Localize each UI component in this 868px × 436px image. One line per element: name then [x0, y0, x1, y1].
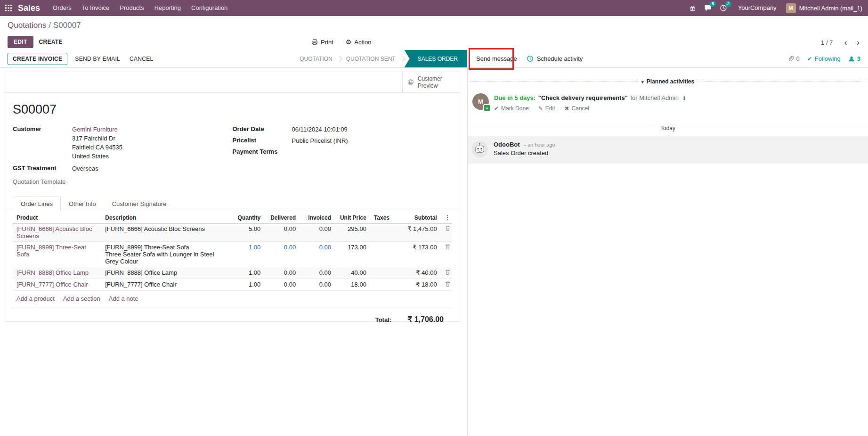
cancel-activity-button[interactable]: ✖ Cancel [565, 105, 589, 112]
col-description[interactable]: Description [101, 211, 231, 223]
invoiced-cell: 0.00 [300, 223, 335, 242]
col-product[interactable]: Product [13, 211, 101, 223]
taxes-cell [370, 223, 395, 242]
attachments-button[interactable]: 0 [787, 55, 800, 62]
create-invoice-button[interactable]: CREATE INVOICE [8, 53, 67, 65]
activity-avatar: M ≡ [472, 93, 489, 110]
user-name: Mitchell Admin (mail_1) [799, 5, 862, 12]
activities-clock-icon[interactable]: 2 [716, 0, 731, 16]
unit-price-cell: 295.00 [335, 223, 370, 242]
activities-badge: 2 [725, 1, 731, 7]
menu-products[interactable]: Products [114, 0, 149, 16]
breadcrumb-current: S00007 [53, 21, 81, 30]
table-row[interactable]: [FURN_6666] Acoustic Bloc Screens [FURN_… [13, 223, 452, 242]
description-cell: [FURN_8999] Three-Seat Sofa Three Seater… [101, 242, 231, 267]
info-icon[interactable]: ℹ [683, 95, 686, 101]
delete-line-button[interactable] [445, 244, 451, 251]
delete-line-button[interactable] [445, 281, 451, 288]
planned-activities-toggle[interactable]: ▾ Planned activities [638, 78, 698, 85]
state-sales-order[interactable]: SALES ORDER [405, 50, 467, 67]
order-lines-table: Product Description Quantity Delivered I… [13, 211, 452, 291]
pager-next-icon[interactable]: › [852, 38, 864, 47]
product-link[interactable]: [FURN_7777] Office Chair [16, 281, 88, 288]
product-link[interactable]: [FURN_8888] Office Lamp [16, 269, 89, 276]
debug-bug-icon[interactable] [685, 0, 700, 16]
total-value: ₹ 1,706.00 [407, 315, 444, 324]
menu-to-invoice[interactable]: To Invoice [77, 0, 115, 16]
tab-other-info[interactable]: Other Info [61, 197, 104, 211]
product-link[interactable]: [FURN_8999] Three-Seat Sofa [16, 244, 86, 258]
control-panel-buttons: EDIT CREATE Print ⚙ Action [8, 34, 460, 50]
subtotal-cell: ₹ 1,475.00 [395, 223, 441, 242]
planned-activities-label: Planned activities [647, 78, 694, 85]
unit-price-cell: 18.00 [335, 279, 370, 291]
state-quotation-sent[interactable]: QUOTATION SENT [339, 50, 403, 67]
followers-button[interactable]: 3 [848, 55, 860, 62]
user-menu[interactable]: M Mitchell Admin (mail_1) [783, 3, 868, 13]
statusbar: CREATE INVOICE SEND BY EMAIL CANCEL QUOT… [0, 50, 468, 67]
messages-icon[interactable]: 5 [700, 0, 716, 16]
print-button[interactable]: Print [311, 38, 333, 46]
invoiced-cell: 0.00 [300, 279, 335, 291]
edit-activity-button[interactable]: ✎ Edit [538, 105, 555, 112]
cancel-order-button[interactable]: CANCEL [125, 53, 158, 65]
customer-preview-button[interactable]: Customer Preview [402, 72, 460, 92]
col-taxes[interactable]: Taxes [370, 211, 395, 223]
field-group-left: Customer Gemini Furniture 317 Fairchild … [13, 125, 233, 185]
add-section-link[interactable]: Add a section [63, 295, 100, 302]
chatter-topbar: Send message Schedule activity 0 ✔ Follo… [468, 50, 868, 67]
chatter-message[interactable]: OdooBot - an hour ago Sales Order create… [468, 136, 868, 164]
following-button[interactable]: ✔ Following [807, 55, 841, 62]
mark-done-button[interactable]: ✔ Mark Done [494, 105, 529, 112]
paperclip-icon [787, 56, 794, 62]
table-options-icon[interactable]: ⋮ [441, 211, 452, 223]
col-unit-price[interactable]: Unit Price [335, 211, 370, 223]
subtotal-cell: ₹ 40.00 [395, 267, 441, 279]
product-link[interactable]: [FURN_6666] Acoustic Bloc Screens [16, 225, 92, 239]
customer-label: Customer [13, 125, 72, 161]
apps-menu-icon[interactable] [0, 0, 17, 16]
user-icon [848, 56, 855, 62]
taxes-cell [370, 267, 395, 279]
schedule-activity-button[interactable]: Schedule activity [522, 52, 588, 65]
send-by-email-button[interactable]: SEND BY EMAIL [70, 53, 125, 65]
app-title[interactable]: Sales [17, 3, 48, 13]
table-row[interactable]: [FURN_7777] Office Chair [FURN_7777] Off… [13, 279, 452, 291]
sheet-top-strip: Customer Preview [5, 72, 460, 93]
company-switcher[interactable]: YourCompany [731, 0, 783, 16]
state-quotation[interactable]: QUOTATION [292, 50, 340, 67]
col-subtotal[interactable]: Subtotal [395, 211, 441, 223]
action-button[interactable]: ⚙ Action [346, 38, 372, 46]
edit-button[interactable]: EDIT [8, 36, 33, 48]
add-note-link[interactable]: Add a note [109, 295, 138, 302]
pager-previous-icon[interactable]: ‹ [839, 38, 852, 47]
delete-line-button[interactable] [445, 225, 451, 233]
quantity-cell: 1.00 [231, 279, 264, 291]
table-row[interactable]: [FURN_8888] Office Lamp [FURN_8888] Offi… [13, 267, 452, 279]
menu-orders[interactable]: Orders [48, 0, 77, 16]
quantity-cell: 1.00 [231, 267, 264, 279]
delivered-cell: 0.00 [264, 279, 300, 291]
chatter-topbar-right: 0 ✔ Following 3 [787, 55, 860, 62]
customer-preview-label: Customer Preview [418, 75, 455, 89]
quantity-cell: 5.00 [231, 223, 264, 242]
delete-line-button[interactable] [445, 269, 451, 277]
tab-customer-signature[interactable]: Customer Signature [104, 197, 175, 211]
main-menu: Orders To Invoice Products Reporting Con… [48, 0, 233, 16]
tab-order-lines[interactable]: Order Lines [13, 197, 61, 211]
add-product-link[interactable]: Add a product [16, 295, 55, 302]
quotation-template-label[interactable]: Quotation Template [13, 178, 233, 185]
customer-link[interactable]: Gemini Furniture [72, 126, 118, 133]
pager-count: 1 / 7 [821, 39, 833, 46]
menu-reporting[interactable]: Reporting [149, 0, 186, 16]
send-message-button[interactable]: Send message [471, 52, 522, 65]
menu-configuration[interactable]: Configuration [186, 0, 233, 16]
payment-terms-label: Payment Terms [233, 148, 292, 155]
col-invoiced[interactable]: Invoiced [300, 211, 335, 223]
col-quantity[interactable]: Quantity [231, 211, 264, 223]
create-button[interactable]: CREATE [33, 36, 68, 48]
table-row[interactable]: [FURN_8999] Three-Seat Sofa [FURN_8999] … [13, 242, 452, 267]
breadcrumb-quotations-link[interactable]: Quotations [8, 21, 46, 30]
col-delivered[interactable]: Delivered [264, 211, 300, 223]
subtotal-cell: ₹ 18.00 [395, 279, 441, 291]
